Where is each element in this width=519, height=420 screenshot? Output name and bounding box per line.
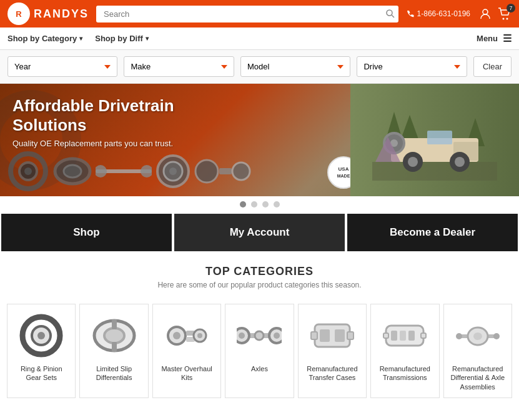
svg-rect-37 <box>39 352 43 357</box>
svg-rect-62 <box>391 331 397 341</box>
header: R RANDYS 1-866-631-0196 <box>0 0 519 28</box>
category-label: Ring & Pinion Gear Sets <box>12 364 70 382</box>
svg-point-52 <box>239 332 245 339</box>
shop-diff-nav[interactable]: Shop by Diff ▾ <box>95 34 149 43</box>
category-label: Remanufactured Transfer Cases <box>304 364 361 382</box>
make-select[interactable]: Make <box>124 56 234 77</box>
hero-banner: Affordable Drivetrain Solutions Quality … <box>0 84 519 196</box>
category-ring-pinion[interactable]: Ring & Pinion Gear Sets <box>7 304 76 398</box>
ring-gear-decoration <box>6 149 50 193</box>
category-overhaul-kits[interactable]: Master Overhaul Kits <box>152 304 221 398</box>
search-button[interactable] <box>386 9 395 18</box>
year-select[interactable]: Year <box>7 56 117 77</box>
carousel-dot-1[interactable] <box>240 201 246 208</box>
limited-slip-image <box>92 313 137 358</box>
svg-rect-57 <box>320 329 330 342</box>
become-dealer-cta-button[interactable]: Become a Dealer <box>347 214 518 251</box>
svg-point-49 <box>197 333 202 338</box>
hero-subtitle: Quality OE Replacement parts you can tru… <box>12 139 200 148</box>
header-right: 1-866-631-0196 7 <box>406 8 512 20</box>
clear-button[interactable]: Clear <box>473 56 512 77</box>
chevron-down-icon: ▾ <box>146 35 149 42</box>
overhaul-kits-icon <box>164 313 209 358</box>
drive-select[interactable]: Drive <box>357 56 467 77</box>
header-icons: 7 <box>479 8 512 20</box>
svg-rect-58 <box>335 329 345 342</box>
transmissions-image <box>382 313 427 358</box>
svg-point-70 <box>456 333 462 339</box>
axles-icon <box>237 313 282 358</box>
carousel-dots <box>0 196 519 212</box>
search-icon <box>386 9 395 18</box>
bearing-decoration <box>154 152 192 190</box>
category-axles[interactable]: Axles <box>225 304 294 398</box>
svg-rect-17 <box>219 168 232 174</box>
user-icon[interactable] <box>479 8 492 20</box>
category-label: Axles <box>251 364 268 373</box>
svg-rect-63 <box>400 331 406 341</box>
category-transfer-cases[interactable]: Remanufactured Transfer Cases <box>298 304 367 398</box>
category-label: Master Overhaul Kits <box>158 364 215 382</box>
svg-point-55 <box>255 331 264 340</box>
category-label: Limited Slip Differentials <box>85 364 142 382</box>
category-limited-slip[interactable]: Limited Slip Differentials <box>79 304 148 398</box>
svg-point-9 <box>64 165 81 178</box>
carousel-dot-2[interactable] <box>251 201 257 208</box>
svg-rect-59 <box>311 332 317 339</box>
svg-point-18 <box>232 162 250 180</box>
logo[interactable]: R RANDYS <box>7 2 89 25</box>
top-categories-section: TOP CATEGORIES Here are some of our popu… <box>0 252 519 296</box>
hero-content: Affordable Drivetrain Solutions Quality … <box>12 96 200 148</box>
cart-badge: 7 <box>507 4 515 12</box>
search-container <box>96 6 398 22</box>
svg-point-0 <box>387 10 392 16</box>
svg-rect-42 <box>112 319 117 329</box>
svg-rect-36 <box>39 314 43 319</box>
svg-rect-65 <box>383 333 388 338</box>
svg-rect-66 <box>421 333 426 338</box>
nav-left: Shop by Category ▾ Shop by Diff ▾ <box>7 34 149 43</box>
filters-bar: Year Make Model Drive Clear <box>0 50 519 84</box>
transmissions-icon <box>382 313 427 358</box>
nav-bar: Shop by Category ▾ Shop by Diff ▾ Menu ☰ <box>0 28 519 50</box>
diff-decoration <box>52 151 93 192</box>
top-categories-title: TOP CATEGORIES <box>7 265 512 278</box>
category-label: Remanufactured Transmissions <box>376 364 433 382</box>
svg-point-16 <box>195 160 218 182</box>
my-account-cta-button[interactable]: My Account <box>174 214 345 251</box>
svg-point-71 <box>493 333 500 339</box>
axles-image <box>237 313 282 358</box>
svg-point-4 <box>507 18 508 20</box>
svg-point-29 <box>408 157 418 167</box>
svg-point-45 <box>173 332 180 339</box>
ring-pinion-image <box>19 313 64 358</box>
hero-title: Affordable Drivetrain Solutions <box>12 96 200 135</box>
shop-cta-button[interactable]: Shop <box>1 214 172 251</box>
search-input[interactable] <box>96 6 398 22</box>
svg-point-3 <box>503 18 505 20</box>
menu-button[interactable]: Menu ☰ <box>477 32 512 44</box>
svg-rect-60 <box>347 332 353 339</box>
carousel-dot-3[interactable] <box>262 201 269 208</box>
axle-decoration <box>96 159 152 184</box>
jeep-icon <box>372 99 497 181</box>
svg-point-11 <box>96 165 107 178</box>
shop-category-nav[interactable]: Shop by Category ▾ <box>7 34 82 43</box>
carousel-dot-4[interactable] <box>274 201 280 208</box>
phone-number[interactable]: 1-866-631-0196 <box>406 9 470 18</box>
svg-rect-38 <box>20 334 25 338</box>
svg-line-1 <box>392 15 394 18</box>
top-categories-subtitle: Here are some of our popular product cat… <box>7 281 512 289</box>
kit-decoration <box>194 156 257 187</box>
svg-rect-19 <box>372 162 497 181</box>
svg-rect-43 <box>112 342 117 352</box>
cart-container[interactable]: 7 <box>498 8 512 20</box>
category-label: Remanufactured Differential & Axle Assem… <box>449 364 507 391</box>
category-transmissions[interactable]: Remanufactured Transmissions <box>370 304 439 398</box>
ring-pinion-icon <box>19 313 64 358</box>
chevron-down-icon: ▾ <box>79 35 82 42</box>
model-select[interactable]: Model <box>240 56 350 77</box>
diff-axle-image <box>455 313 500 358</box>
category-diff-axle-assemblies[interactable]: Remanufactured Differential & Axle Assem… <box>443 304 512 398</box>
transfer-cases-icon <box>310 313 355 358</box>
